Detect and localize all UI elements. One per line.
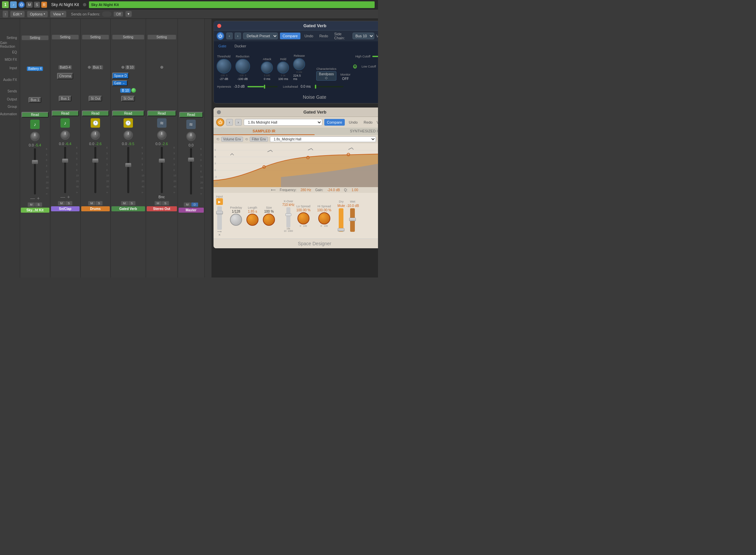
channel-3-input[interactable]: Bus 1 <box>92 65 103 70</box>
channel-1-minus[interactable]: — <box>30 196 35 201</box>
channel-4-setting-btn[interactable]: Setting <box>112 35 144 40</box>
channel-6-read-btn[interactable]: Read <box>179 112 203 118</box>
sd-input-fader-handle[interactable] <box>216 211 223 214</box>
channel-1-fader-track[interactable] <box>34 148 36 195</box>
threshold-knob[interactable] <box>217 59 231 74</box>
space-designer-compare-btn[interactable]: Compare <box>324 119 345 126</box>
channel-1-mute-btn[interactable]: M <box>28 202 35 207</box>
channel-2-fader-track[interactable] <box>64 147 66 193</box>
channel-4-space-d-btn[interactable]: Space D <box>112 73 129 79</box>
channel-3-output[interactable]: St Out <box>89 96 102 101</box>
space-designer-power-btn[interactable]: ⏻ <box>216 118 224 126</box>
channel-3-mute-btn[interactable]: M <box>88 201 95 206</box>
sd-input-arrow[interactable]: ⟶ <box>217 230 222 233</box>
noise-gate-prev-btn[interactable]: ‹ <box>226 33 233 39</box>
sends-dropdown[interactable]: ▾ <box>125 11 132 17</box>
view-menu[interactable]: View ▾ <box>50 11 66 17</box>
noise-gate-close-dot[interactable] <box>217 24 221 28</box>
channel-6-fader-track[interactable] <box>190 148 192 195</box>
collapse-button[interactable]: ↑ <box>3 11 8 17</box>
space-designer-undo-btn[interactable]: Undo <box>347 120 360 125</box>
lookahead-handle[interactable] <box>315 85 316 89</box>
noise-gate-power-btn[interactable]: ⏻ <box>217 32 224 40</box>
highcutoff-bar[interactable] <box>372 56 378 57</box>
channel-3-read-btn[interactable]: Read <box>82 111 109 116</box>
track-region[interactable]: Sky At Night Kit <box>89 1 375 8</box>
channel-3-fader-handle[interactable] <box>92 159 98 163</box>
channel-4-fader-track[interactable] <box>127 147 129 193</box>
channel-4-send-badge[interactable]: B 10 <box>120 88 131 93</box>
channel-4-output[interactable]: St Out <box>121 96 135 101</box>
space-designer-prev-btn[interactable]: ‹ <box>226 119 233 126</box>
hold-knob[interactable] <box>277 61 289 74</box>
space-designer-redo-btn[interactable]: Redo <box>362 120 374 125</box>
channel-2-solo-btn[interactable]: S <box>65 201 73 206</box>
channel-4-input[interactable]: B 10 <box>125 65 135 70</box>
channel-3-solo-btn[interactable]: S <box>95 201 103 206</box>
options-menu[interactable]: Options ▾ <box>27 11 48 17</box>
channel-5-pan-knob[interactable] <box>157 130 167 140</box>
lookahead-bar[interactable] <box>313 86 343 87</box>
channel-1-setting-btn[interactable]: Setting <box>21 35 49 40</box>
channel-1-plus[interactable]: + <box>37 196 40 201</box>
channel-6-fader-handle[interactable] <box>188 158 194 162</box>
channel-1-output[interactable]: Bus 1 <box>29 97 41 103</box>
noise-gate-undo-btn[interactable]: Undo <box>302 33 315 39</box>
channel-3-fader-track[interactable] <box>94 147 96 193</box>
reduction-knob[interactable] <box>235 59 250 74</box>
channel-5-mute-btn[interactable]: M <box>154 201 162 206</box>
sd-dry-fader-track[interactable] <box>339 208 343 232</box>
channel-4-gate-btn[interactable]: Gate ← <box>112 80 128 86</box>
sd-xover-fader-track[interactable] <box>286 207 290 227</box>
noise-gate-next-btn[interactable]: › <box>235 33 241 39</box>
sd-xover-fader-handle[interactable] <box>285 213 291 216</box>
channel-5-read-btn[interactable]: Read <box>147 111 176 116</box>
gate-tab-gate[interactable]: Gate <box>216 43 229 49</box>
hysteresis-handle[interactable] <box>264 85 265 89</box>
sd-filter-env-btn[interactable]: Filter Env <box>250 137 268 142</box>
noise-gate-redo-btn[interactable]: Redo <box>317 33 330 39</box>
noise-gate-preset-select[interactable]: Default Preset <box>243 33 278 39</box>
hysteresis-bar[interactable] <box>247 86 278 87</box>
noise-gate-compare-btn[interactable]: Compare <box>280 33 300 39</box>
channel-5-fader-track[interactable] <box>161 147 163 193</box>
channel-1-read-btn[interactable]: Read <box>21 112 49 118</box>
sd-ir-file-select[interactable]: 1.8s_Midnight Hall <box>270 136 376 142</box>
sd-hispread-knob[interactable] <box>318 212 330 224</box>
solo-button[interactable]: S <box>34 2 40 8</box>
noise-gate-sidechain-select[interactable]: Bus 10 <box>352 33 374 39</box>
edit-menu[interactable]: Edit ▾ <box>10 11 25 17</box>
channel-6-mute-btn[interactable]: M <box>184 202 191 207</box>
channel-1-pan-knob[interactable] <box>30 132 40 141</box>
sd-wet-fader-track[interactable] <box>350 208 355 232</box>
sd-wet-fader-handle[interactable] <box>349 218 356 221</box>
characteristics-select[interactable]: Bandpass ◇ <box>316 71 336 81</box>
filter-power-btn[interactable]: ⏻ <box>353 65 357 69</box>
sd-ir-tab-synthesized[interactable]: SYNTHESIZED IR <box>315 128 378 135</box>
channel-5-setting-btn[interactable]: Setting <box>147 35 176 40</box>
channel-2-chroma-btn[interactable]: Chroma <box>57 73 73 79</box>
space-designer-close-dot[interactable] <box>217 110 221 114</box>
mute-button[interactable]: M <box>26 2 33 8</box>
channel-2-pan-knob[interactable] <box>60 130 70 140</box>
gate-tab-ducker[interactable]: Ducker <box>232 43 249 49</box>
sends-toggle[interactable] <box>102 11 111 17</box>
channel-1-fader-handle[interactable] <box>32 160 38 164</box>
channel-4-fader-handle[interactable] <box>125 163 131 167</box>
sd-lospread-knob[interactable] <box>297 212 310 224</box>
release-knob[interactable] <box>293 58 305 70</box>
channel-4-mute-btn[interactable]: M <box>121 201 128 206</box>
channel-1-input[interactable]: Battery 4 <box>27 67 43 71</box>
channel-3-pan-knob[interactable] <box>91 130 100 140</box>
space-designer-next-btn[interactable]: › <box>235 119 242 126</box>
channel-4-pan-knob[interactable] <box>124 130 133 140</box>
channel-2-plus[interactable]: + <box>67 194 70 200</box>
sd-input-fader-track[interactable] <box>217 206 222 230</box>
channel-2-input[interactable]: Batt3-4 <box>58 65 72 70</box>
channel-5-fader-handle[interactable] <box>159 159 165 163</box>
space-designer-preset-select[interactable]: 1.8s Midnight Hall <box>244 119 322 126</box>
sd-volume-env-btn[interactable]: Volume Env <box>221 137 243 142</box>
sd-dry-fader-handle[interactable] <box>338 228 344 231</box>
channel-6-pan-knob[interactable] <box>186 132 196 141</box>
sd-length-knob[interactable] <box>246 214 258 226</box>
